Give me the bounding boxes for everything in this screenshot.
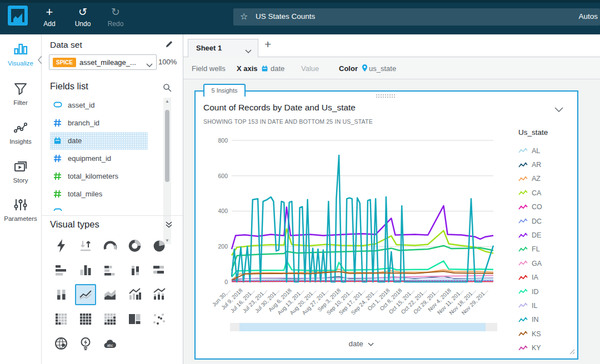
undo-button[interactable]: ↺ Undo bbox=[70, 6, 96, 28]
analysis-title: US States Counts bbox=[256, 12, 315, 21]
quicksight-logo[interactable] bbox=[8, 6, 28, 26]
sidebar-item-label: Parameters bbox=[0, 215, 41, 222]
sidebar-item-parameters[interactable]: Parameters bbox=[0, 197, 41, 222]
visual-type-wordcloud-icon[interactable]: abc bbox=[99, 333, 121, 354]
legend-item-AL[interactable]: AL bbox=[514, 144, 576, 158]
series-KY[interactable] bbox=[232, 281, 493, 282]
visual-type-gauge-icon[interactable] bbox=[99, 235, 121, 256]
chart-horizontal-scrollbar[interactable] bbox=[230, 323, 497, 331]
string-field-icon bbox=[53, 208, 62, 211]
field-item-total_miles[interactable]: total_miles bbox=[42, 185, 163, 203]
chevron-down-icon[interactable] bbox=[245, 47, 252, 55]
quicksight-logo-icon bbox=[8, 6, 28, 26]
visual-type-heatmap-icon[interactable] bbox=[99, 309, 121, 330]
visual-type-line-icon[interactable] bbox=[75, 284, 96, 305]
legend-item-IL[interactable]: IL bbox=[514, 299, 576, 312]
number-field-icon bbox=[53, 154, 62, 163]
spice-badge: SPICE bbox=[53, 58, 76, 67]
visual-type-auto-icon[interactable] bbox=[51, 235, 72, 256]
series-DE[interactable] bbox=[232, 206, 493, 249]
visual-type-hstackbar-icon[interactable] bbox=[99, 260, 121, 281]
color-well-value[interactable]: us_state bbox=[369, 64, 396, 73]
collapse-double-chevron-icon[interactable] bbox=[165, 221, 173, 230]
field-item-asset_id[interactable]: asset_id bbox=[42, 97, 163, 114]
edit-dataset-pencil-icon[interactable] bbox=[165, 40, 173, 50]
visual-menu-chevron-icon[interactable] bbox=[554, 105, 563, 114]
legend-item-CO[interactable]: CO bbox=[514, 200, 576, 214]
legend-item-CA[interactable]: CA bbox=[514, 186, 576, 200]
visual-type-map-icon[interactable] bbox=[51, 333, 72, 354]
visual-type-combo-stacked-icon[interactable] bbox=[148, 284, 169, 305]
legend-item-ID[interactable]: ID bbox=[514, 285, 576, 299]
visual-type-area-icon[interactable] bbox=[99, 284, 121, 305]
visual-type-vstackbar-icon[interactable] bbox=[124, 260, 145, 281]
legend-item-DC[interactable]: DC bbox=[514, 214, 576, 228]
svg-text:abc: abc bbox=[107, 343, 113, 347]
value-well-label[interactable]: Value bbox=[301, 64, 319, 73]
visual-type-donut-icon[interactable] bbox=[124, 235, 145, 256]
scroll-up-icon[interactable]: ▲ bbox=[163, 99, 171, 104]
star-icon[interactable]: ☆ bbox=[240, 11, 248, 22]
sidebar-item-insights[interactable]: Insights bbox=[0, 120, 41, 145]
legend-item-KS[interactable]: KS bbox=[514, 327, 576, 341]
x-axis-field-control[interactable]: date bbox=[333, 340, 389, 348]
tab-sheet-1[interactable]: Sheet 1 bbox=[188, 39, 258, 57]
sidebar-item-filter[interactable]: Filter bbox=[0, 81, 41, 106]
autosave-label[interactable]: Autos bbox=[578, 12, 598, 21]
legend-label: KY bbox=[532, 344, 541, 350]
series-line-icon bbox=[518, 204, 528, 210]
field-item-equipment_id[interactable]: equipment_id bbox=[42, 150, 163, 168]
scrollbar-thumb[interactable] bbox=[165, 110, 169, 182]
field-wells-bar[interactable]: Field wells X axis date Value Color us_s… bbox=[183, 57, 600, 79]
visual-type-vbar-icon[interactable] bbox=[75, 260, 96, 281]
visual-type-scatter-icon[interactable] bbox=[148, 309, 169, 330]
add-button[interactable]: + Add bbox=[37, 6, 62, 28]
series-line-icon bbox=[518, 148, 528, 154]
field-item-branch_id[interactable]: branch_id bbox=[42, 114, 163, 132]
visual-type-h100bar-icon[interactable] bbox=[148, 260, 169, 281]
visual-type-v100bar-icon[interactable] bbox=[51, 284, 72, 305]
legend-label: DE bbox=[532, 231, 541, 239]
legend-label: DC bbox=[532, 218, 542, 225]
analysis-title-bar[interactable]: ☆ US States Counts Autos bbox=[233, 8, 600, 26]
resize-handle-icon[interactable] bbox=[568, 347, 576, 355]
add-sheet-button[interactable]: + bbox=[264, 38, 271, 51]
fields-list-heading: Fields list bbox=[50, 81, 88, 92]
x-axis-well-value[interactable]: date bbox=[271, 64, 284, 73]
chart-legend[interactable]: Us_state ALARAZCACODCDEFLGAIAIDILINKSKY bbox=[514, 128, 576, 350]
insights-badge[interactable]: 5 Insights bbox=[203, 84, 246, 97]
search-icon[interactable] bbox=[163, 83, 172, 94]
field-item-total_kilometers[interactable]: total_kilometers bbox=[42, 168, 163, 185]
visual-type-treemap-icon[interactable] bbox=[124, 309, 145, 330]
svg-text:800: 800 bbox=[218, 137, 228, 144]
drag-handle-dots-icon[interactable] bbox=[376, 94, 396, 99]
sidebar-item-visualize[interactable]: Visualize bbox=[0, 42, 41, 67]
visual-type-pivot-icon[interactable] bbox=[75, 309, 96, 330]
undo-label: Undo bbox=[70, 20, 96, 28]
dataset-dropdown[interactable]: SPICE asset_mileage_... bbox=[49, 54, 157, 70]
line-chart-plot[interactable]: 0200400600800Jun 30,...Jul 9, 2018Jul 16… bbox=[199, 129, 511, 325]
scrollbar-thumb[interactable] bbox=[239, 323, 486, 331]
legend-item-IA[interactable]: IA bbox=[514, 271, 576, 285]
legend-item-DE[interactable]: DE bbox=[514, 228, 576, 242]
legend-title: Us_state bbox=[514, 128, 576, 136]
legend-item-AR[interactable]: AR bbox=[514, 158, 576, 171]
legend-item-KY[interactable]: KY bbox=[514, 341, 576, 350]
field-item-date[interactable]: date bbox=[50, 132, 148, 150]
legend-item-FL[interactable]: FL bbox=[514, 242, 576, 256]
legend-item-GA[interactable]: GA bbox=[514, 256, 576, 270]
visual-type-insight-icon[interactable] bbox=[75, 333, 96, 354]
legend-label: ID bbox=[532, 288, 539, 296]
sidebar-item-story[interactable]: Story bbox=[0, 159, 41, 184]
redo-button[interactable]: ↻ Redo bbox=[103, 6, 128, 28]
visual-type-pie-icon[interactable] bbox=[148, 235, 169, 256]
series-IN[interactable] bbox=[232, 155, 493, 282]
visual-type-heatrow-icon[interactable] bbox=[51, 309, 72, 330]
visual-type-kpi-icon[interactable] bbox=[75, 235, 96, 256]
visual-type-combo-icon[interactable] bbox=[124, 284, 145, 305]
legend-item-AZ[interactable]: AZ bbox=[514, 172, 576, 186]
field-item-partial[interactable] bbox=[42, 203, 163, 211]
legend-item-IN[interactable]: IN bbox=[514, 313, 576, 327]
visual-type-hbar-icon[interactable] bbox=[51, 260, 72, 281]
filter-icon bbox=[0, 81, 41, 99]
